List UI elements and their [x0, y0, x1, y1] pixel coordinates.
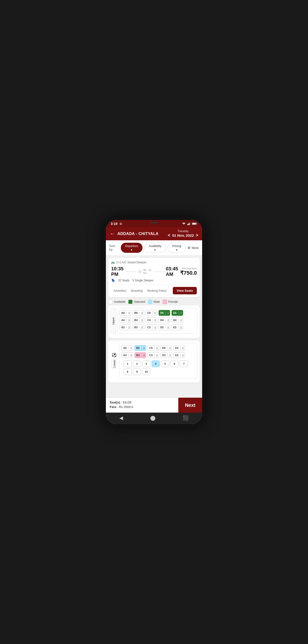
header-day: Tuesday — [168, 230, 198, 233]
seat-B3[interactable]: B3| — [134, 352, 146, 358]
seat-E6[interactable]: E6| — [172, 310, 183, 316]
upper-row-1: A6| B6| C6| D6| E6| — [120, 310, 195, 316]
seats-summary: Seat(s) : E6,D6 — [110, 400, 175, 404]
prev-date-button[interactable]: < — [168, 233, 170, 238]
view-seats-button[interactable]: View Seats — [173, 287, 197, 294]
selected-box — [128, 300, 132, 304]
fare-summary: Fare : Rs 2000.0 — [110, 405, 175, 409]
lower-row-2: A3| B3| C3| D3| E3| — [121, 352, 195, 358]
bus-icon: 🚌 — [111, 261, 115, 264]
seats-count: 32 Seats — [118, 279, 129, 282]
back-button[interactable]: ← — [110, 231, 115, 237]
seat-A3[interactable]: A3| — [121, 352, 133, 358]
seat-A4[interactable]: A4| — [120, 317, 131, 323]
seat-C4[interactable]: C4| — [145, 317, 157, 323]
price-value: ₹750.0 — [180, 270, 197, 276]
seat-D6[interactable]: D6| — [159, 310, 170, 316]
seat-A6[interactable]: A6| — [120, 310, 131, 316]
upper-row-2: A4| B4| C4| D4| E4| — [120, 317, 195, 323]
single-sleeper: 5 Single Sleeper — [132, 279, 153, 282]
tab-amenities[interactable]: Amenities — [111, 288, 129, 294]
seats-info: 💺 32 Seats 5 Single Sleeper — [111, 278, 197, 282]
seat-E2[interactable]: E2| — [172, 324, 183, 330]
num-seat-5[interactable]: 5 — [161, 360, 169, 367]
seat-D4[interactable]: D4| — [159, 317, 170, 323]
more-filters-button[interactable]: ⚙ More — [188, 246, 199, 250]
header-date: 01 Nov, 2022 — [172, 233, 194, 238]
status-icons — [182, 222, 197, 225]
seat-E5[interactable]: E5| — [174, 345, 185, 351]
sort-departure-button[interactable]: Departure ▴ — [121, 243, 142, 253]
seat-C2[interactable]: C2| — [145, 324, 157, 330]
seats-summary-label: Seat(s) — [110, 400, 120, 404]
legend-available: Available — [108, 300, 125, 304]
upper-deck-section: Upper A6| B6| C6| D6| E6| A4| B4| C4| — [108, 306, 200, 338]
clock-icon: 🕐 — [138, 270, 142, 273]
svg-rect-2 — [189, 223, 190, 225]
home-nav-button[interactable]: ⬤ — [150, 415, 156, 421]
seat-A5[interactable]: A5| — [121, 345, 133, 351]
seat-B5[interactable]: B5| — [134, 345, 146, 351]
gear-icon: ⚙ — [119, 222, 122, 226]
num-seat-4[interactable]: 4 — [151, 360, 160, 367]
seat-E4[interactable]: E4| — [172, 317, 183, 323]
num-seat-1[interactable]: 1 — [123, 360, 132, 367]
next-date-button[interactable]: > — [196, 233, 198, 238]
legend-selected: Selected — [128, 300, 145, 304]
tab-booking-policy[interactable]: Booking Policy — [145, 288, 169, 294]
num-seat-3[interactable]: 3 — [142, 360, 150, 367]
duration-block: 🕐 05 : 10 hrs — [126, 269, 166, 274]
seat-legend: Available Selected Male Female — [108, 300, 200, 304]
price-block: Per Seat from ₹750.0 — [180, 267, 197, 276]
status-bar: 3:19 ⚙ — [106, 220, 202, 227]
status-time: 3:19 — [111, 222, 117, 226]
num-seat-7[interactable]: 7 — [180, 360, 188, 367]
num-seat-6[interactable]: 6 — [170, 360, 179, 367]
booking-summary: Seat(s) : E6,D6 Fare : Rs 2000.0 — [106, 398, 178, 412]
seats-summary-value: E6,D6 — [123, 400, 131, 404]
tab-boarding[interactable]: Boarding — [129, 288, 145, 294]
lower-deck-label: Lower — [112, 358, 117, 368]
female-box — [163, 300, 167, 304]
next-button[interactable]: Next — [178, 398, 202, 412]
seat-C6[interactable]: C6| — [145, 310, 157, 316]
tabs-row: Amenities Boarding Booking Policy View S… — [111, 285, 197, 294]
seat-D3[interactable]: D3| — [161, 352, 172, 358]
num-seat-9[interactable]: 9 — [133, 368, 141, 375]
bus-card: 🚌 2+1 A/C Seater/Sleeper 10:35 PM 🕐 05 :… — [108, 258, 200, 297]
seat-B2[interactable]: B2| — [132, 324, 144, 330]
male-box — [148, 300, 152, 304]
recents-nav-button[interactable]: ⬛ — [183, 415, 189, 421]
fare-label: Fare — [110, 405, 116, 409]
seat-C5[interactable]: C5| — [147, 345, 159, 351]
svg-rect-3 — [190, 222, 191, 225]
num-seat-2[interactable]: 2 — [133, 360, 141, 367]
svg-rect-0 — [187, 224, 188, 225]
seat-C3[interactable]: C3| — [147, 352, 159, 358]
seat-B6[interactable]: B6| — [132, 310, 144, 316]
sort-pricing-button[interactable]: Pricing ▴ — [168, 243, 186, 253]
seat-B4[interactable]: B4| — [132, 317, 144, 323]
numbered-seats-row: 1 2 3 4 5 6 7 8 9 10 — [121, 360, 195, 376]
route-title: ADDADA - CHITYALA — [117, 232, 159, 236]
sort-label: Sort by — [109, 244, 119, 251]
bottom-bar: Seat(s) : E6,D6 Fare : Rs 2000.0 Next — [106, 398, 202, 412]
seat-D2[interactable]: D2| — [159, 324, 170, 330]
seat-E3[interactable]: E3| — [174, 352, 185, 358]
lower-row-1: A5| B5| C5| D5| E5| — [121, 345, 195, 351]
per-seat-label: Per Seat from — [180, 267, 197, 270]
sort-availability-button[interactable]: Availibility ▴ — [144, 243, 166, 253]
svg-rect-1 — [188, 224, 189, 226]
back-nav-button[interactable]: ◀ — [119, 415, 123, 421]
num-seat-8[interactable]: 8 — [123, 368, 132, 375]
upper-deck-label: Upper — [111, 308, 116, 334]
upper-row-3: A2| B2| C2| D2| E2| — [120, 324, 195, 330]
available-box — [108, 300, 113, 304]
bus-type: 🚌 2+1 A/C Seater/Sleeper — [111, 261, 197, 264]
arrival-time: 03:45 AM — [166, 266, 180, 277]
seat-A2[interactable]: A2| — [120, 324, 131, 330]
seat-D5[interactable]: D5| — [161, 345, 172, 351]
num-seat-10[interactable]: 10 — [142, 368, 150, 375]
lower-deck-grid: A5| B5| C5| D5| E5| A3| B3| C3| D3| E3| — [119, 343, 197, 378]
sort-bar: Sort by Departure ▴ Availibility ▴ Prici… — [106, 240, 202, 256]
